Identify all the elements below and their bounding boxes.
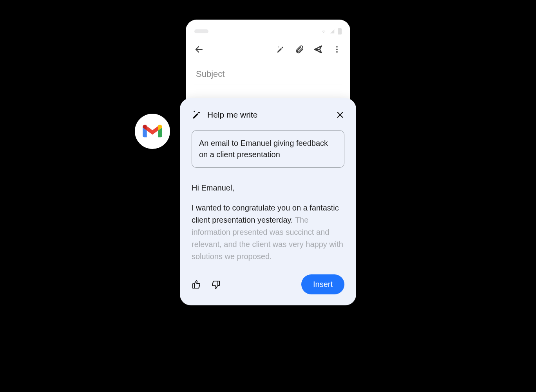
svg-point-3 [336, 49, 338, 50]
svg-point-2 [336, 46, 338, 48]
send-button[interactable] [313, 45, 323, 54]
more-button[interactable] [332, 45, 342, 54]
panel-title: Help me write [207, 110, 257, 120]
magic-write-button[interactable] [276, 45, 285, 54]
attachment-icon [295, 45, 304, 54]
gmail-badge [135, 114, 170, 149]
svg-point-4 [336, 51, 338, 53]
send-icon [313, 44, 323, 54]
help-me-write-panel: Help me write An email to Emanuel giving… [180, 98, 356, 305]
subject-input[interactable] [194, 65, 342, 85]
thumbs-down-icon [211, 279, 221, 290]
back-button[interactable] [194, 45, 204, 54]
more-vertical-icon [333, 45, 341, 54]
thumbs-up-button[interactable] [192, 280, 201, 289]
back-arrow-icon [194, 44, 204, 54]
cellular-signal-icon [329, 29, 335, 34]
insert-button[interactable]: Insert [301, 274, 344, 294]
magic-pen-icon [276, 45, 285, 54]
draft-body-strong: I wanted to congratulate you on a fantas… [192, 203, 339, 224]
gmail-logo-icon [143, 124, 162, 139]
battery-icon [338, 28, 342, 34]
prompt-input[interactable]: An email to Emanuel giving feedback on a… [192, 130, 344, 168]
attachment-button[interactable] [295, 45, 304, 54]
compose-toolbar [194, 42, 342, 56]
phone-grip-icon [194, 29, 208, 33]
magic-pen-icon [192, 110, 202, 120]
thumbs-down-button[interactable] [211, 280, 221, 289]
draft-greeting: Hi Emanuel, [192, 182, 344, 194]
close-icon [336, 111, 344, 119]
draft-output: Hi Emanuel, I wanted to congratulate you… [192, 182, 344, 263]
thumbs-up-icon [192, 279, 201, 290]
compose-window [186, 20, 350, 109]
status-bar [194, 27, 342, 35]
close-button[interactable] [336, 111, 344, 119]
wifi-icon [321, 29, 327, 34]
status-icons [321, 28, 342, 34]
